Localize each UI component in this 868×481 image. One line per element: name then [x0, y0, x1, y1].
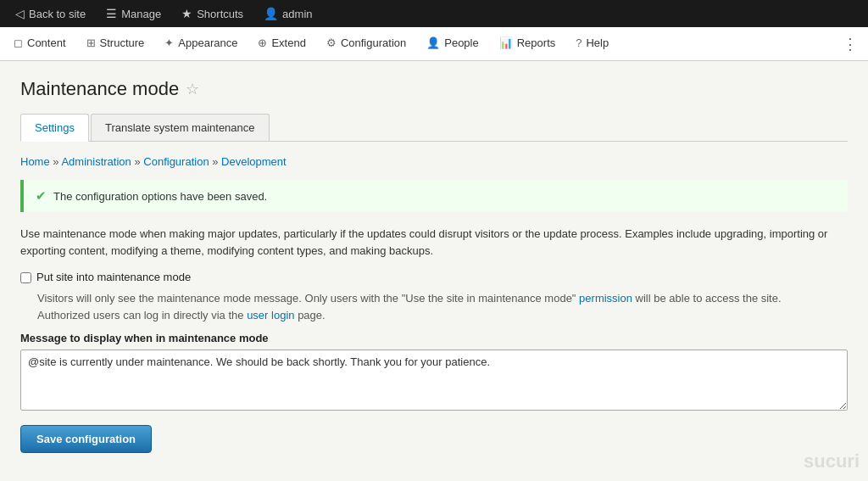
nav-appearance[interactable]: ✦ Appearance: [154, 27, 248, 60]
shortcuts-button[interactable]: ★ Shortcuts: [173, 0, 252, 27]
page-title-area: Maintenance mode ☆: [20, 78, 848, 100]
breadcrumb-configuration[interactable]: Configuration: [143, 155, 209, 168]
save-configuration-button[interactable]: Save configuration: [20, 425, 152, 453]
breadcrumb: Home » Administration » Configuration » …: [20, 155, 848, 168]
subtext-4: page.: [298, 309, 326, 322]
breadcrumb-development[interactable]: Development: [221, 155, 287, 168]
nav-content[interactable]: ◻ Content: [3, 27, 76, 60]
nav-people[interactable]: 👤 People: [416, 27, 488, 60]
nav-extend[interactable]: ⊕ Extend: [248, 27, 315, 60]
back-arrow-icon: ◁: [15, 7, 25, 20]
permission-link[interactable]: permission: [579, 292, 632, 305]
tabs-area: Settings Translate system maintenance: [20, 114, 848, 142]
check-icon: ✔: [36, 188, 47, 204]
admin-bar: ◁ Back to site ☰ Manage ★ Shortcuts 👤 ad…: [0, 0, 868, 27]
admin-user-button[interactable]: 👤 admin: [255, 0, 320, 27]
nav-structure[interactable]: ⊞ Structure: [76, 27, 155, 60]
description-text: Use maintenance mode when making major u…: [20, 226, 848, 259]
main-content: Maintenance mode ☆ Settings Translate sy…: [0, 61, 868, 470]
user-login-link[interactable]: user login: [247, 309, 294, 322]
configuration-icon: ⚙: [326, 36, 337, 49]
breadcrumb-home[interactable]: Home: [20, 155, 50, 168]
subtext-1: Visitors will only see the maintenance m…: [37, 292, 576, 305]
reports-icon: 📊: [499, 36, 513, 49]
content-icon: ◻: [14, 36, 23, 49]
people-icon: 👤: [426, 36, 440, 49]
favorite-star-icon[interactable]: ☆: [186, 80, 199, 98]
tab-translate-system-maintenance[interactable]: Translate system maintenance: [91, 114, 270, 141]
manage-button[interactable]: ☰ Manage: [97, 0, 170, 27]
star-icon: ★: [181, 7, 192, 20]
subtext-2: will be able to access the site.: [636, 292, 782, 305]
maintenance-mode-checkbox-row: Put site into maintenance mode: [20, 271, 848, 283]
extend-icon: ⊕: [258, 36, 267, 49]
user-icon: 👤: [264, 7, 278, 20]
back-to-site-button[interactable]: ◁ Back to site: [7, 0, 94, 27]
subtext-3: Authorized users can log in directly via…: [37, 309, 244, 322]
help-icon: ?: [576, 36, 581, 49]
maintenance-mode-label[interactable]: Put site into maintenance mode: [36, 271, 191, 283]
structure-icon: ⊞: [86, 36, 96, 49]
secondary-nav: ◻ Content ⊞ Structure ✦ Appearance ⊕ Ext…: [0, 27, 868, 61]
nav-help[interactable]: ? Help: [565, 27, 619, 60]
status-message: ✔ The configuration options have been sa…: [20, 180, 848, 212]
nav-expand-icon[interactable]: ⋮: [836, 27, 865, 60]
breadcrumb-administration[interactable]: Administration: [61, 155, 131, 168]
manage-icon: ☰: [106, 7, 117, 20]
status-text: The configuration options have been save…: [53, 190, 267, 203]
maintenance-mode-checkbox[interactable]: [20, 272, 31, 283]
textarea-label: Message to display when in maintenance m…: [20, 332, 848, 344]
appearance-icon: ✦: [164, 36, 174, 49]
checkbox-subtext: Visitors will only see the maintenance m…: [20, 290, 848, 323]
tab-settings[interactable]: Settings: [20, 114, 89, 142]
nav-reports[interactable]: 📊 Reports: [489, 27, 566, 60]
nav-configuration[interactable]: ⚙ Configuration: [316, 27, 416, 60]
maintenance-message-textarea[interactable]: [20, 350, 848, 411]
page-title: Maintenance mode: [20, 78, 179, 100]
